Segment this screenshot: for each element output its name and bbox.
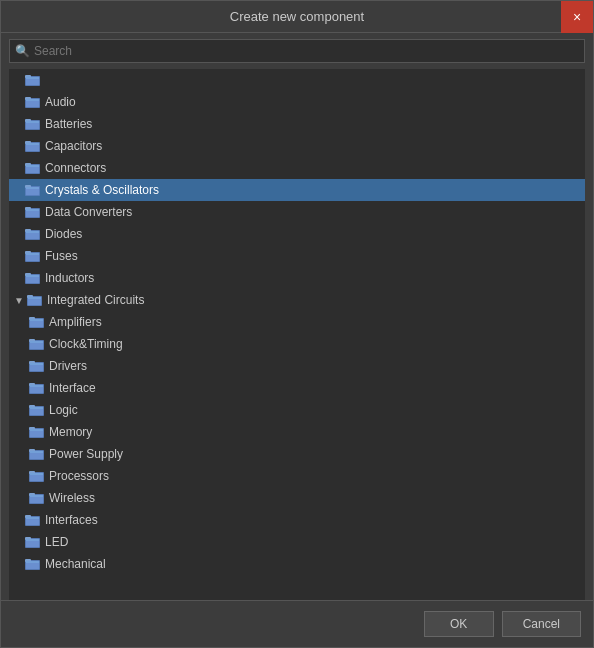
- item-label: Capacitors: [45, 139, 102, 153]
- tree-item-connectors[interactable]: Connectors: [9, 157, 585, 179]
- svg-rect-47: [30, 319, 43, 321]
- create-component-dialog: Create new component × 🔍 Audio Batteries: [0, 0, 594, 648]
- folder-icon: [25, 73, 41, 87]
- item-label: Audio: [45, 95, 76, 109]
- search-input[interactable]: [9, 39, 585, 63]
- ok-button[interactable]: OK: [424, 611, 494, 637]
- svg-rect-55: [30, 363, 43, 365]
- svg-rect-15: [26, 143, 39, 145]
- item-label: Memory: [49, 425, 92, 439]
- tree-item-interfaces[interactable]: Interfaces: [9, 509, 585, 531]
- folder-icon: [27, 293, 43, 307]
- folder-icon: [29, 315, 45, 329]
- svg-rect-79: [30, 495, 43, 497]
- title-bar: Create new component ×: [1, 1, 593, 33]
- item-label: LED: [45, 535, 68, 549]
- item-label: Wireless: [49, 491, 95, 505]
- item-label: Power Supply: [49, 447, 123, 461]
- folder-icon: [25, 249, 41, 263]
- item-label: Data Converters: [45, 205, 132, 219]
- svg-rect-67: [30, 429, 43, 431]
- folder-icon: [25, 513, 41, 527]
- folder-icon: [29, 447, 45, 461]
- folder-icon: [25, 161, 41, 175]
- svg-rect-35: [26, 253, 39, 255]
- tree-item-undefined[interactable]: [9, 69, 585, 91]
- folder-icon: [25, 271, 41, 285]
- folder-icon: [29, 403, 45, 417]
- tree-item-batteries[interactable]: Batteries: [9, 113, 585, 135]
- tree-item-inductors[interactable]: Inductors: [9, 267, 585, 289]
- folder-icon: [25, 535, 41, 549]
- item-label: Processors: [49, 469, 109, 483]
- svg-rect-59: [30, 385, 43, 387]
- close-button[interactable]: ×: [561, 1, 593, 33]
- svg-rect-11: [26, 121, 39, 123]
- svg-rect-39: [26, 275, 39, 277]
- tree-item-memory[interactable]: Memory: [9, 421, 585, 443]
- tree-item-clock-timing[interactable]: Clock&Timing: [9, 333, 585, 355]
- item-label: Amplifiers: [49, 315, 102, 329]
- item-label: Diodes: [45, 227, 82, 241]
- svg-rect-3: [26, 77, 39, 79]
- svg-rect-23: [26, 187, 39, 189]
- svg-rect-71: [30, 451, 43, 453]
- item-label: Clock&Timing: [49, 337, 123, 351]
- tree-item-logic[interactable]: Logic: [9, 399, 585, 421]
- tree-item-interface[interactable]: Interface: [9, 377, 585, 399]
- tree-item-fuses[interactable]: Fuses: [9, 245, 585, 267]
- dialog-title: Create new component: [230, 9, 364, 24]
- tree-item-diodes[interactable]: Diodes: [9, 223, 585, 245]
- tree-item-crystals[interactable]: Crystals & Oscillators: [9, 179, 585, 201]
- svg-rect-83: [26, 517, 39, 519]
- folder-icon: [29, 359, 45, 373]
- tree-item-integrated-circuits[interactable]: ▼ Integrated Circuits: [9, 289, 585, 311]
- svg-rect-63: [30, 407, 43, 409]
- svg-rect-31: [26, 231, 39, 233]
- folder-icon: [25, 139, 41, 153]
- tree-item-audio[interactable]: Audio: [9, 91, 585, 113]
- item-label: Fuses: [45, 249, 78, 263]
- folder-icon: [25, 205, 41, 219]
- tree-item-amplifiers[interactable]: Amplifiers: [9, 311, 585, 333]
- tree-item-data-converters[interactable]: Data Converters: [9, 201, 585, 223]
- search-bar: 🔍: [1, 33, 593, 69]
- tree-item-processors[interactable]: Processors: [9, 465, 585, 487]
- svg-rect-19: [26, 165, 39, 167]
- svg-rect-27: [26, 209, 39, 211]
- folder-icon: [29, 491, 45, 505]
- item-label: Connectors: [45, 161, 106, 175]
- tree-item-power-supply[interactable]: Power Supply: [9, 443, 585, 465]
- dialog-footer: OK Cancel: [1, 600, 593, 647]
- folder-icon: [29, 381, 45, 395]
- cancel-button[interactable]: Cancel: [502, 611, 581, 637]
- tree-item-mechanical[interactable]: Mechanical: [9, 553, 585, 575]
- item-label: Interface: [49, 381, 96, 395]
- svg-rect-51: [30, 341, 43, 343]
- folder-icon: [25, 557, 41, 571]
- item-label: Integrated Circuits: [47, 293, 144, 307]
- item-label: Drivers: [49, 359, 87, 373]
- folder-icon: [29, 337, 45, 351]
- item-label: Inductors: [45, 271, 94, 285]
- search-wrapper: 🔍: [9, 39, 585, 63]
- component-list[interactable]: Audio Batteries Capacitors Connectors Cr…: [9, 69, 585, 600]
- item-label: Crystals & Oscillators: [45, 183, 159, 197]
- folder-icon: [25, 95, 41, 109]
- item-label: Batteries: [45, 117, 92, 131]
- svg-rect-75: [30, 473, 43, 475]
- tree-item-wireless[interactable]: Wireless: [9, 487, 585, 509]
- svg-rect-7: [26, 99, 39, 101]
- folder-icon: [25, 117, 41, 131]
- folder-icon: [29, 425, 45, 439]
- tree-item-drivers[interactable]: Drivers: [9, 355, 585, 377]
- folder-icon: [29, 469, 45, 483]
- folder-icon: [25, 227, 41, 241]
- svg-rect-91: [26, 561, 39, 563]
- tree-item-led[interactable]: LED: [9, 531, 585, 553]
- item-label: Mechanical: [45, 557, 106, 571]
- tree-item-capacitors[interactable]: Capacitors: [9, 135, 585, 157]
- item-label: Interfaces: [45, 513, 98, 527]
- folder-icon: [25, 183, 41, 197]
- collapse-arrow-icon: ▼: [13, 294, 25, 306]
